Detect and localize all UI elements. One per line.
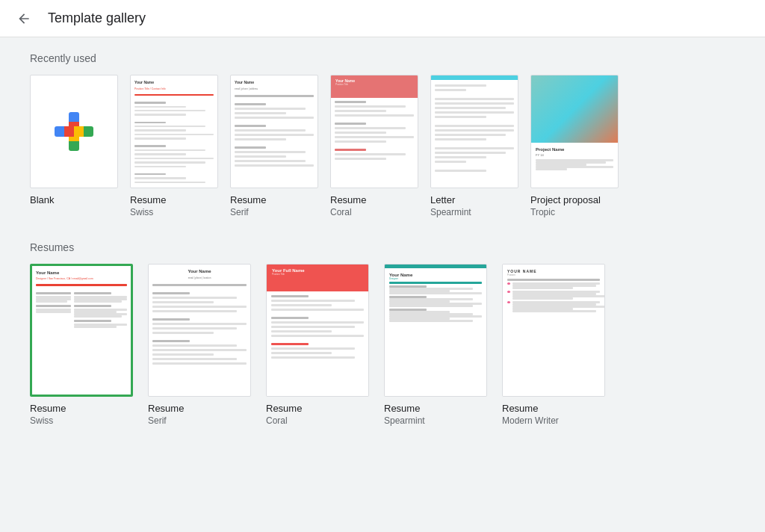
template-name-coral-recent: Resume	[330, 194, 366, 205]
template-thumb-project-tropic-recent[interactable]: Project Name FY 14	[530, 75, 619, 188]
template-resume-serif-recent[interactable]: Your Name email | phone | address	[230, 75, 318, 217]
template-subname-project-tropic-recent: Tropic	[530, 207, 555, 217]
template-resume-serif[interactable]: Your Name email | phone | location	[148, 264, 251, 426]
resumes-grid: Your Name Designer / San Francisco, CA /…	[30, 264, 735, 426]
template-thumb-coral[interactable]: Your Full Name Position Title	[266, 264, 369, 397]
template-subname-coral: Coral	[266, 415, 288, 426]
template-name-serif-recent: Resume	[230, 194, 266, 205]
template-thumb-letter-spearmint-recent[interactable]	[430, 75, 518, 188]
template-resume-coral-recent[interactable]: Your Name Position Title	[330, 75, 418, 217]
template-thumb-coral-recent[interactable]: Your Name Position Title	[330, 75, 418, 188]
page-title: Template gallery	[48, 10, 146, 26]
template-thumb-swiss[interactable]: Your Name Designer / San Francisco, CA /…	[30, 264, 133, 397]
template-project-tropic-recent[interactable]: Project Name FY 14 Project proposal Trop…	[530, 75, 619, 217]
template-thumb-blank[interactable]	[30, 75, 118, 188]
template-resume-coral[interactable]: Your Full Name Position Title	[266, 264, 369, 426]
template-resume-spearmint[interactable]: Your Name Designer	[384, 264, 487, 426]
template-subname-serif: Serif	[148, 415, 167, 426]
recently-used-section: Recently used Blank Your Name Position T	[30, 52, 735, 217]
main-content: Recently used Blank Your Name Position T	[0, 37, 765, 532]
template-name-serif: Resume	[148, 403, 184, 414]
template-subname-spearmint: Spearmint	[384, 415, 425, 426]
template-resume-swiss-recent[interactable]: Your Name Position Title / Contact Info	[130, 75, 218, 217]
template-resume-swiss[interactable]: Your Name Designer / San Francisco, CA /…	[30, 264, 133, 426]
template-name-blank: Blank	[30, 194, 55, 205]
template-subname-swiss: Swiss	[30, 415, 53, 426]
header: Template gallery	[0, 0, 765, 37]
resumes-label: Resumes	[30, 241, 735, 253]
template-thumb-serif-recent[interactable]: Your Name email | phone | address	[230, 75, 318, 188]
back-button[interactable]	[12, 7, 36, 31]
template-thumb-modern-writer[interactable]: YOUR NAME Position	[502, 264, 605, 397]
template-name-swiss: Resume	[30, 403, 66, 414]
template-letter-spearmint-recent[interactable]: Letter Spearmint	[430, 75, 518, 217]
template-name-coral: Resume	[266, 403, 302, 414]
template-subname-modern-writer: Modern Writer	[502, 415, 559, 426]
template-resume-modern-writer[interactable]: YOUR NAME Position	[502, 264, 605, 426]
template-subname-swiss-recent: Swiss	[130, 207, 153, 217]
template-name-letter-spearmint-recent: Letter	[430, 194, 455, 205]
template-thumb-serif[interactable]: Your Name email | phone | location	[148, 264, 251, 397]
template-name-swiss-recent: Resume	[130, 194, 166, 205]
recently-used-grid: Blank Your Name Position Title / Contact…	[30, 75, 735, 217]
template-subname-letter-spearmint-recent: Spearmint	[430, 207, 471, 217]
template-subname-serif-recent: Serif	[230, 207, 249, 217]
template-thumb-swiss-recent[interactable]: Your Name Position Title / Contact Info	[130, 75, 218, 188]
template-name-project-tropic-recent: Project proposal	[530, 194, 601, 205]
template-blank[interactable]: Blank	[30, 75, 118, 217]
resumes-section: Resumes Your Name Designer / San Francis…	[30, 241, 735, 426]
recently-used-label: Recently used	[30, 52, 735, 64]
template-thumb-spearmint[interactable]: Your Name Designer	[384, 264, 487, 397]
template-name-modern-writer: Resume	[502, 403, 538, 414]
template-name-spearmint: Resume	[384, 403, 420, 414]
template-subname-coral-recent: Coral	[330, 207, 352, 217]
